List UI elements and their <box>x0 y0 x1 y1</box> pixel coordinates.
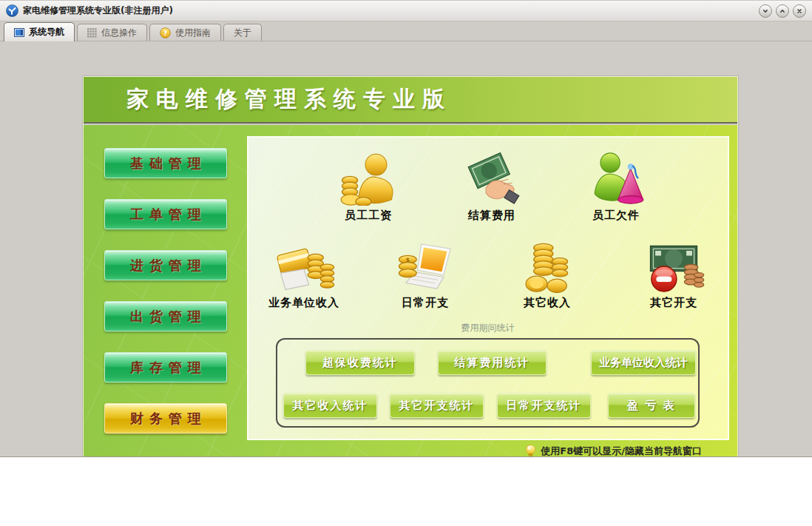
green-person-cone-icon <box>585 151 647 206</box>
grid-icon <box>87 28 97 38</box>
icon-item-employee-owed[interactable]: 员工欠件 <box>561 151 671 223</box>
icon-label: 日常开支 <box>370 296 481 310</box>
sidebar-item-basic-management[interactable]: 基础管理 <box>104 148 227 178</box>
icon-label: 业务单位收入 <box>248 296 359 310</box>
tab-system-navigation[interactable]: 系统导航 <box>4 22 75 41</box>
icon-item-business-unit-income[interactable]: 业务单位收入 <box>248 240 359 310</box>
stat-button-profit-loss-table[interactable]: 盈 亏 表 <box>608 393 695 418</box>
sidebar-item-inventory-management[interactable]: 库存管理 <box>104 352 227 382</box>
maximize-button[interactable] <box>776 4 789 18</box>
hand-banknote-icon <box>461 151 523 206</box>
sidebar-item-finance-management[interactable]: 财务管理 <box>104 403 227 434</box>
icon-label: 员工工资 <box>313 209 424 223</box>
svg-text:?: ? <box>163 30 167 37</box>
f8-hint: 使用F8键可以显示/隐藏当前导航窗口 <box>525 445 702 457</box>
icon-label: 其它收入 <box>492 296 603 310</box>
panel-title: 家电维修管理系统专业版 <box>126 84 452 115</box>
finance-content-panel: 员工工资 结算费用 <box>247 136 729 440</box>
app-window: 家电维修管理系统专业版(非注册用户) <box>0 0 812 457</box>
chevron-down-icon <box>762 7 769 15</box>
tab-bar: 系统导航 信息操作 ? 使用指南 <box>0 21 812 41</box>
panel-body: 基础管理 工单管理 进货管理 出货管理 库存管理 财务管理 <box>84 125 737 456</box>
stats-group-box: 超保收费统计 结算费用统计 业务单位收入统计 其它收入统计 其它开支统计 日常开… <box>276 338 700 428</box>
icon-item-daily-expense[interactable]: $ 日常开支 <box>370 240 481 310</box>
panel-header: 家电维修管理系统专业版 <box>84 77 737 124</box>
laptop-coins-icon: $ <box>394 240 456 293</box>
window-controls <box>759 4 806 18</box>
card-coins-icon <box>273 240 335 293</box>
stat-button-other-income[interactable]: 其它收入统计 <box>283 393 377 418</box>
icon-label: 员工欠件 <box>561 209 671 223</box>
tab-usage-guide[interactable]: ? 使用指南 <box>149 24 221 41</box>
icon-label: 结算费用 <box>436 209 547 223</box>
gold-person-coins-icon <box>337 151 399 206</box>
icon-label: 其它开支 <box>618 296 729 310</box>
icon-item-settlement-cost[interactable]: 结算费用 <box>436 151 547 223</box>
stat-button-business-unit-income[interactable]: 业务单位收入统计 <box>591 350 696 375</box>
sidebar-item-shipment-management[interactable]: 出货管理 <box>104 301 227 331</box>
stats-group-title: 费用期间统计 <box>276 322 700 334</box>
sidebar-item-workorder-management[interactable]: 工单管理 <box>104 199 227 229</box>
titlebar: 家电维修管理系统专业版(非注册用户) <box>0 0 812 21</box>
lightbulb-icon <box>525 445 536 457</box>
close-icon <box>796 7 803 15</box>
tab-label: 使用指南 <box>175 27 211 39</box>
sidebar-item-purchase-management[interactable]: 进货管理 <box>104 250 227 280</box>
gold-coins-icon <box>516 240 578 293</box>
app-logo-icon <box>6 4 18 17</box>
stat-button-daily-expense[interactable]: 日常开支统计 <box>497 393 591 418</box>
tab-label: 信息操作 <box>101 27 137 39</box>
close-button[interactable] <box>793 4 806 18</box>
banknote-minus-icon <box>643 240 705 293</box>
help-icon: ? <box>160 27 171 38</box>
icon-item-employee-wages[interactable]: 员工工资 <box>313 151 424 223</box>
stat-button-settlement-cost[interactable]: 结算费用统计 <box>438 350 547 375</box>
tab-information-operation[interactable]: 信息操作 <box>77 24 147 41</box>
f8-hint-text: 使用F8键可以显示/隐藏当前导航窗口 <box>541 445 702 457</box>
navigation-panel: 家电维修管理系统专业版 基础管理 工单管理 进货管理 出货管理 库存管理 财务管… <box>83 76 738 457</box>
stat-button-other-expense[interactable]: 其它开支统计 <box>390 393 484 418</box>
icon-item-other-income[interactable]: 其它收入 <box>492 240 603 310</box>
icon-item-other-expense[interactable]: 其它开支 <box>618 240 729 310</box>
monitor-icon <box>14 28 24 37</box>
window-title: 家电维修管理系统专业版(非注册用户) <box>23 4 173 17</box>
tab-label: 系统导航 <box>29 26 64 38</box>
minimize-button[interactable] <box>759 4 772 18</box>
tab-label: 关于 <box>234 27 251 39</box>
tab-about[interactable]: 关于 <box>223 24 262 41</box>
stat-button-overwarranty-charge[interactable]: 超保收费统计 <box>305 350 415 375</box>
chevron-up-icon <box>779 7 786 15</box>
